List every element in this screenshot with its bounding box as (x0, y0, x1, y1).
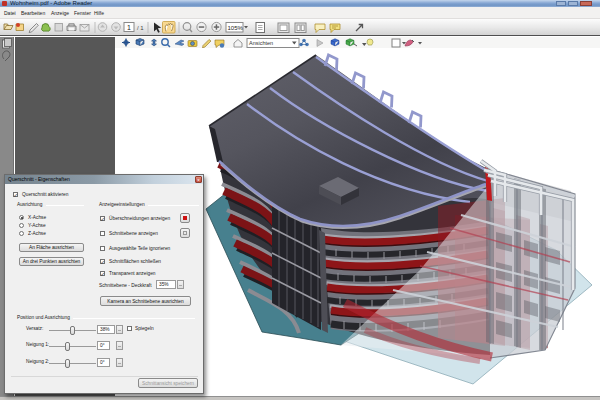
svg-text:1: 1 (127, 24, 131, 31)
svg-text:105%: 105% (228, 25, 244, 31)
svg-text:/ 1: / 1 (137, 25, 144, 31)
